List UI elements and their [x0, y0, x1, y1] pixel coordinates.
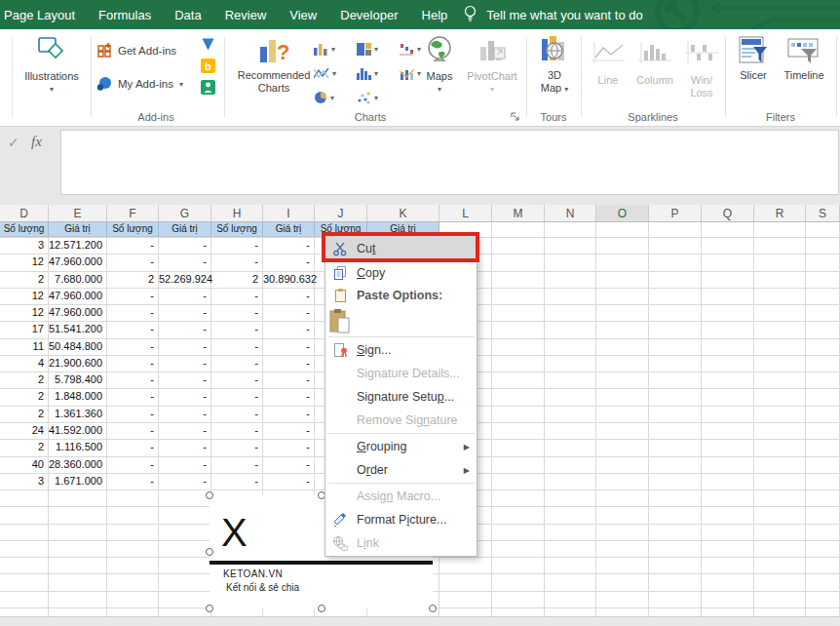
- tab-view[interactable]: View: [289, 8, 317, 22]
- column-header-J[interactable]: J: [315, 205, 367, 222]
- cell-G-1[interactable]: -: [159, 237, 211, 254]
- formula-input[interactable]: [60, 130, 839, 195]
- cell-G-11[interactable]: -: [159, 406, 211, 422]
- cell-F-8[interactable]: -: [107, 355, 159, 372]
- cell-F-1[interactable]: -: [107, 237, 159, 254]
- cell-E-3[interactable]: 7.680.000: [49, 271, 107, 288]
- cell-H-5[interactable]: -: [211, 304, 263, 321]
- cell-F-6[interactable]: -: [107, 321, 159, 337]
- insert-pie-chart-button[interactable]: ▾: [314, 87, 353, 108]
- 3d-map-button[interactable]: 3D Map ▾: [532, 35, 577, 96]
- sparkline-line-button[interactable]: Line: [586, 41, 630, 87]
- cell-E-6[interactable]: 51.541.200: [49, 321, 107, 337]
- people-graph-icon[interactable]: [201, 80, 215, 95]
- cell-E-11[interactable]: 1.361.360: [49, 406, 107, 422]
- recommended-charts-button[interactable]: ? Recommended Charts: [232, 35, 316, 95]
- cell-F-14[interactable]: -: [107, 456, 159, 473]
- cell-E-14[interactable]: 28.360.000: [49, 456, 107, 473]
- cell-I-2[interactable]: -: [263, 254, 315, 270]
- column-header-M[interactable]: M: [492, 205, 545, 222]
- cell-H-14[interactable]: -: [211, 456, 263, 473]
- pivotchart-button[interactable]: PivotChart ▾: [463, 35, 521, 96]
- cell-E-4[interactable]: 47.960.000: [49, 288, 107, 304]
- cell-G-2[interactable]: -: [159, 254, 211, 270]
- cell-D-9[interactable]: 2: [0, 372, 49, 388]
- cell-H-8[interactable]: -: [211, 355, 263, 372]
- cell-D-5[interactable]: 12: [0, 304, 49, 321]
- insert-column-chart-button[interactable]: ▾: [314, 38, 353, 59]
- column-header-I[interactable]: I: [263, 205, 315, 222]
- picture-resize-handle[interactable]: [206, 548, 213, 556]
- cell-G-9[interactable]: -: [159, 372, 211, 388]
- cell-E-15[interactable]: 1.671.000: [49, 473, 107, 489]
- cell-D-10[interactable]: 2: [0, 388, 49, 405]
- cell-D-14[interactable]: 40: [0, 456, 49, 473]
- cell-G-7[interactable]: -: [159, 338, 211, 355]
- get-add-ins-button[interactable]: Get Add-ins: [96, 43, 176, 59]
- cell-G-8[interactable]: -: [159, 355, 211, 372]
- cell-I-15[interactable]: -: [263, 473, 315, 489]
- cell-D-1[interactable]: 3: [0, 237, 49, 254]
- column-header-S[interactable]: S: [806, 205, 840, 222]
- column-header-H[interactable]: H: [211, 205, 263, 222]
- tab-data[interactable]: Data: [174, 8, 201, 22]
- cell-D-4[interactable]: 12: [0, 288, 49, 304]
- cell-I-3[interactable]: 30.890.632: [263, 271, 315, 288]
- cell-I-9[interactable]: -: [263, 372, 315, 388]
- cell-E-7[interactable]: 50.484.800: [49, 338, 107, 355]
- field-header-cell[interactable]: Số lượng: [107, 222, 159, 237]
- menu-item-format-picture[interactable]: Format Picture...: [325, 508, 477, 531]
- insert-hierarchy-chart-button[interactable]: ▾: [357, 38, 396, 59]
- cell-G-6[interactable]: -: [159, 321, 211, 337]
- cell-F-9[interactable]: -: [107, 372, 159, 388]
- menu-item-copy[interactable]: Copy: [325, 261, 477, 285]
- cell-H-9[interactable]: -: [211, 372, 263, 388]
- cell-I-5[interactable]: -: [263, 304, 315, 321]
- column-header-N[interactable]: N: [545, 205, 596, 222]
- cell-E-5[interactable]: 47.960.000: [49, 304, 107, 321]
- picture-resize-handle[interactable]: [206, 605, 213, 612]
- field-header-cell[interactable]: Giá trị: [159, 222, 211, 237]
- cell-G-4[interactable]: -: [159, 288, 211, 304]
- cell-F-10[interactable]: -: [107, 388, 159, 405]
- cell-H-4[interactable]: -: [211, 288, 263, 304]
- column-header-P[interactable]: P: [649, 205, 702, 222]
- cell-I-6[interactable]: -: [263, 321, 315, 337]
- column-header-L[interactable]: L: [439, 205, 492, 222]
- tell-me-box[interactable]: Tell me what you want to do: [463, 5, 642, 25]
- tab-review[interactable]: Review: [225, 8, 267, 22]
- cell-H-10[interactable]: -: [211, 388, 263, 405]
- cell-F-15[interactable]: -: [107, 473, 159, 489]
- cell-H-15[interactable]: -: [211, 473, 263, 489]
- cell-G-14[interactable]: -: [159, 456, 211, 473]
- cell-D-8[interactable]: 4: [0, 355, 49, 372]
- menu-item-grouping[interactable]: Grouping▶: [325, 435, 477, 458]
- cell-F-12[interactable]: -: [107, 422, 159, 439]
- cell-I-1[interactable]: -: [263, 237, 315, 254]
- column-header-K[interactable]: K: [367, 205, 439, 222]
- cell-G-10[interactable]: -: [159, 388, 211, 405]
- tab-help[interactable]: Help: [422, 8, 448, 22]
- cell-I-7[interactable]: -: [263, 338, 315, 355]
- cell-H-12[interactable]: -: [211, 422, 263, 439]
- cell-E-13[interactable]: 1.116.500: [49, 439, 107, 455]
- cell-D-7[interactable]: 11: [0, 338, 49, 355]
- cell-I-4[interactable]: -: [263, 288, 315, 304]
- slicer-button[interactable]: Slicer: [731, 35, 776, 82]
- cell-I-14[interactable]: -: [263, 456, 315, 473]
- horizontal-scrollbar[interactable]: [0, 616, 840, 626]
- cell-D-15[interactable]: 3: [0, 473, 49, 489]
- cell-F-7[interactable]: -: [107, 338, 159, 355]
- cell-G-3[interactable]: 52.269.924: [159, 271, 211, 288]
- bing-maps-icon[interactable]: b: [201, 59, 215, 73]
- tab-developer[interactable]: Developer: [340, 8, 398, 22]
- maps-button[interactable]: Maps ▾: [418, 35, 461, 96]
- cell-F-2[interactable]: -: [107, 254, 159, 270]
- cell-G-13[interactable]: -: [159, 439, 211, 455]
- cell-E-12[interactable]: 41.592.000: [49, 422, 107, 439]
- column-header-R[interactable]: R: [754, 205, 806, 222]
- cell-E-10[interactable]: 1.848.000: [49, 388, 107, 405]
- column-header-Q[interactable]: Q: [702, 205, 754, 222]
- cell-D-3[interactable]: 2: [0, 271, 49, 288]
- picture-resize-handle[interactable]: [206, 491, 213, 499]
